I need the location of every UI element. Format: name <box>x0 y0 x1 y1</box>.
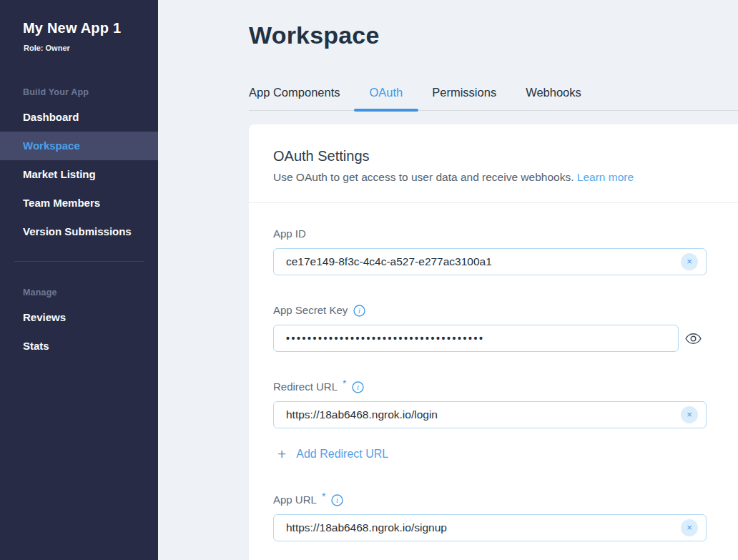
required-marker: * <box>343 378 346 389</box>
sidebar-item-reviews[interactable]: Reviews <box>0 303 158 332</box>
app-url-label: App URL <box>273 493 317 506</box>
sidebar-item-version-submissions[interactable]: Version Submissions <box>0 217 158 246</box>
app-secret-row <box>273 325 714 352</box>
app-id-input-wrap: × <box>273 248 707 275</box>
clear-icon[interactable]: × <box>681 519 698 536</box>
clear-icon[interactable]: × <box>681 406 698 423</box>
app-id-input[interactable] <box>273 248 707 275</box>
tab-bar: App Components OAuth Permissions Webhook… <box>249 86 738 111</box>
card-header: OAuth Settings Use OAuth to get access t… <box>249 124 738 203</box>
field-app-secret-key: App Secret Key i <box>273 304 714 352</box>
sidebar-section-build-your-app: Build Your App <box>23 87 158 97</box>
required-marker: * <box>322 491 325 502</box>
app-root: My New App 1 Role: Owner Build Your App … <box>0 0 738 560</box>
svg-text:i: i <box>336 496 338 504</box>
redirect-url-label: Redirect URL <box>273 380 338 393</box>
app-url-input-wrap: × <box>273 514 707 541</box>
add-redirect-url-label: Add Redirect URL <box>296 448 388 461</box>
app-url-input[interactable] <box>273 514 707 541</box>
sidebar-section-manage: Manage <box>23 288 158 298</box>
card-description: Use OAuth to get access to user data and… <box>273 171 714 184</box>
sidebar-item-workspace[interactable]: Workspace <box>0 132 158 160</box>
app-secret-input-wrap <box>273 325 679 352</box>
app-secret-label-row: App Secret Key i <box>273 304 714 316</box>
tab-webhooks[interactable]: Webhooks <box>526 86 581 99</box>
app-secret-input[interactable] <box>273 325 679 352</box>
learn-more-link[interactable]: Learn more <box>577 171 634 183</box>
sidebar-item-market-listing[interactable]: Market Listing <box>0 160 158 189</box>
sidebar-item-stats[interactable]: Stats <box>0 332 158 360</box>
sidebar-item-dashboard[interactable]: Dashboard <box>0 103 158 132</box>
info-icon[interactable]: i <box>353 305 365 317</box>
plus-icon: + <box>277 448 286 461</box>
add-redirect-url-button[interactable]: + Add Redirect URL <box>277 448 388 461</box>
card-description-text: Use OAuth to get access to user data and… <box>273 171 574 183</box>
eye-icon[interactable] <box>685 333 702 345</box>
svg-text:i: i <box>358 307 360 315</box>
sidebar-divider <box>14 261 144 262</box>
tab-app-components[interactable]: App Components <box>249 86 340 99</box>
sidebar: My New App 1 Role: Owner Build Your App … <box>0 0 158 560</box>
app-title: My New App 1 <box>23 20 158 36</box>
app-url-label-row: App URL * i <box>273 493 714 506</box>
field-redirect-url: Redirect URL * i × <box>273 380 714 428</box>
page-title: Workspace <box>249 21 738 49</box>
oauth-form: App ID × App Secret Key i <box>249 203 738 560</box>
app-id-label: App ID <box>273 227 306 240</box>
app-id-label-row: App ID <box>273 227 714 240</box>
redirect-url-input[interactable] <box>273 401 707 428</box>
redirect-url-input-wrap: × <box>273 401 707 428</box>
clear-icon[interactable]: × <box>681 253 698 270</box>
field-app-id: App ID × <box>273 227 714 275</box>
redirect-url-label-row: Redirect URL * i <box>273 380 714 393</box>
svg-text:i: i <box>358 383 360 391</box>
info-icon[interactable]: i <box>331 494 343 506</box>
sidebar-nav: Build Your App Dashboard Workspace Marke… <box>0 87 158 360</box>
card-title: OAuth Settings <box>273 148 714 164</box>
tab-permissions[interactable]: Permissions <box>432 86 496 99</box>
oauth-settings-card: OAuth Settings Use OAuth to get access t… <box>249 124 738 560</box>
app-secret-label: App Secret Key <box>273 304 348 316</box>
info-icon[interactable]: i <box>352 381 364 393</box>
tab-oauth[interactable]: OAuth <box>370 86 403 99</box>
sidebar-item-team-members[interactable]: Team Members <box>0 189 158 217</box>
main-content: Workspace App Components OAuth Permissio… <box>158 0 738 560</box>
field-app-url: App URL * i × <box>273 493 714 541</box>
role-label: Role: Owner <box>24 44 158 52</box>
